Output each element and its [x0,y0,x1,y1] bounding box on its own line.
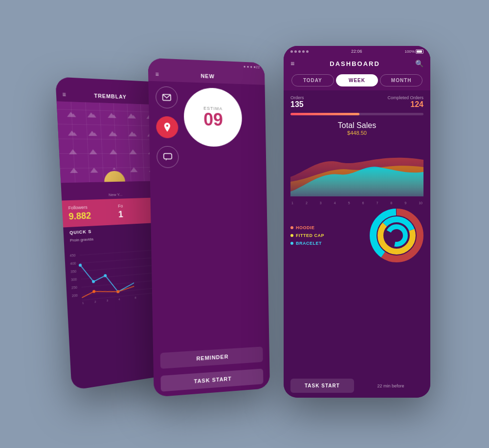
tab-week[interactable]: WEEK [336,74,378,86]
signal-dot [298,50,301,52]
mid-spacer [157,174,263,345]
mid-dots: ● ● ● ● [244,64,256,69]
followers-box: Followers 9.882 [68,204,115,222]
svg-point-47 [92,290,95,293]
svg-text:4: 4 [118,298,120,300]
battery-indicator: 100% [405,49,423,53]
mid-body: ESTIMA 09 REMINDER TASK START [148,81,270,397]
mountain-icon [61,106,80,123]
x-label: 3 [320,201,322,205]
svg-text:2: 2 [94,300,96,303]
left-menu-icon[interactable]: ≡ [62,91,66,98]
svg-marker-21 [89,149,97,154]
svg-point-45 [104,274,107,277]
phone-right: 22:06 100% ≡ DASHBOARD 🔍 TODAY WEEK MONT… [284,46,430,398]
orders-label: Orders [290,95,304,100]
chat-icon-btn[interactable] [156,146,179,168]
fitted-dot [290,234,293,237]
tabs-row: TODAY WEEK MONTH [284,70,430,90]
svg-point-60 [388,227,405,244]
orders-block: Orders 135 [290,95,304,109]
mountain-icon [123,125,141,141]
mid-title: NEW [200,73,215,79]
time-before: 22 min before [358,379,423,393]
x-label: 6 [362,201,364,205]
mountain-icon [62,124,81,141]
battery-label: 100% [405,49,415,53]
svg-text:350: 350 [70,269,76,273]
task-start-button[interactable]: TASK START [160,368,263,391]
x-label: 5 [348,201,350,205]
svg-text:8: 8 [134,296,136,299]
svg-text:1: 1 [82,301,84,304]
svg-marker-25 [69,168,78,173]
mountain-icon [64,162,84,178]
mail-icon-btn[interactable] [156,86,178,108]
hoodie-label: HOODIE [296,225,315,230]
mountain-icon [124,143,142,159]
svg-marker-20 [68,149,77,154]
right-top-header: ≡ DASHBOARD 🔍 [284,57,430,70]
mountain-icon [104,143,123,159]
battery-fill [417,50,422,52]
svg-marker-23 [129,149,137,154]
search-icon[interactable]: 🔍 [415,60,423,67]
svg-text:450: 450 [69,253,75,257]
quick-item-text: Proin gravida [70,236,93,242]
followers-value: 9.882 [68,210,115,222]
orders-progress-bar [290,113,423,115]
hoodie-dot [290,226,293,229]
tab-month[interactable]: MONTH [380,74,422,86]
bottom-actions: TASK START 22 min before [284,376,430,398]
x-label: 1 [291,201,293,205]
bracelet-label: BRACELET [296,241,322,246]
svg-text:200: 200 [72,293,78,297]
mountain-icon [83,125,102,141]
legend-fitted: FITTED CAP [290,233,365,238]
mid-time: 22 [256,64,260,69]
orders-value: 135 [290,100,304,109]
battery-icon [416,49,423,53]
mid-action-icons [156,86,179,168]
completed-value: 124 [387,100,423,109]
right-status-bar: 22:06 100% [284,46,430,57]
legend-bracelet: BRACELET [290,241,365,246]
svg-rect-55 [164,153,172,159]
mountain-icon [63,143,82,160]
estimate-value: 09 [203,110,223,128]
tab-today[interactable]: TODAY [291,74,334,86]
sales-chart [290,138,423,201]
svg-marker-26 [90,167,98,172]
x-label: 7 [376,201,378,205]
donut-section: HOODIE FITTED CAP BRACELET [284,205,430,266]
svg-text:400: 400 [70,261,76,265]
svg-text:250: 250 [71,285,77,289]
left-location: New Y... [109,192,123,197]
task-start-button-right[interactable]: TASK START [290,379,354,393]
estimate-circle: ESTIMA 09 [183,87,243,147]
x-label: 8 [390,201,392,205]
svg-marker-28 [130,167,138,171]
right-body: TODAY WEEK MONTH Orders 135 Completed Or… [284,70,430,398]
signal-dot [290,50,293,52]
x-label: 10 [419,201,422,205]
mountain-icon [82,106,101,123]
reminder-button[interactable]: REMINDER [160,346,263,369]
svg-text:3: 3 [107,299,109,302]
right-menu-icon[interactable]: ≡ [290,60,294,67]
signal-dot [302,50,305,52]
signal-dot [294,50,297,52]
dashboard-title: DASHBOARD [330,60,380,67]
legend-hoodie: HOODIE [290,225,365,230]
location-icon-btn[interactable] [156,116,178,138]
left-title: TREMBLAY [94,92,127,100]
mid-menu-icon[interactable]: ≡ [155,70,158,78]
signal-dot [306,50,309,52]
progress-fill [290,113,359,115]
mountain-icon [125,161,143,177]
sales-section: Total Sales $448.50 [284,117,430,205]
donut-legend: HOODIE FITTED CAP BRACELET [290,225,365,246]
x-axis: 1 2 3 4 5 6 7 8 9 10 [290,201,423,205]
svg-marker-22 [110,149,117,154]
x-label: 9 [404,201,406,205]
